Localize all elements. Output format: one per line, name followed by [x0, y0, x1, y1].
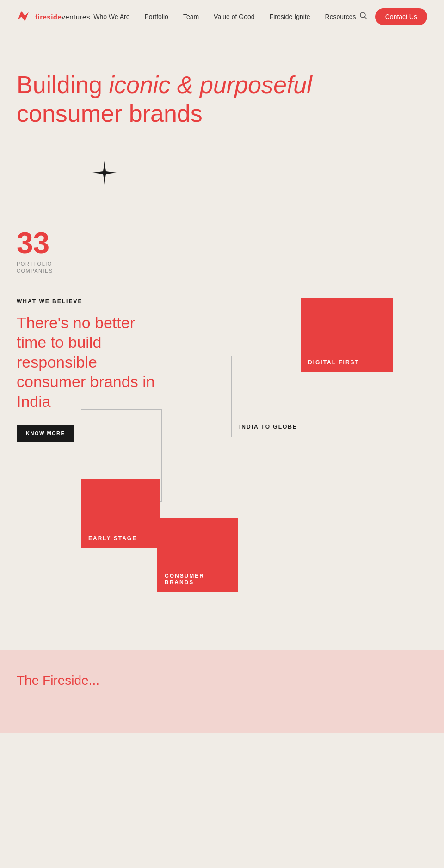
nav-who-we-are[interactable]: Who We Are — [93, 13, 130, 20]
stat-number: 33 — [17, 228, 427, 258]
stats-section: 33 PORTFOLIO COMPANIES — [0, 200, 444, 284]
four-star-icon — [92, 161, 117, 185]
bottom-section: The Fireside... — [0, 650, 444, 733]
stat-label: PORTFOLIO COMPANIES — [17, 261, 427, 275]
hero-title: Building iconic & purposeful consumer br… — [17, 70, 364, 128]
star-decoration — [0, 147, 444, 200]
mosaic-label-digital-first: DIGITAL FIRST — [308, 359, 359, 366]
logo-area: firesideventures — [17, 9, 90, 24]
bottom-teaser-text: The Fireside... — [17, 673, 427, 688]
mosaic-label-consumer-brands: CONSUMER BRANDS — [165, 573, 231, 586]
nav-team[interactable]: Team — [183, 13, 199, 20]
logo-text: firesideventures — [35, 13, 90, 21]
svg-line-2 — [364, 17, 367, 19]
logo-icon — [17, 9, 31, 24]
navbar-right: Contact Us — [359, 8, 427, 25]
contact-button[interactable]: Contact Us — [375, 8, 427, 25]
nav-portfolio[interactable]: Portfolio — [145, 13, 168, 20]
mosaic-section: DIGITAL FIRST INDIA TO GLOBE PURPOSE LED… — [0, 298, 444, 622]
mosaic-box-india-globe: INDIA TO GLOBE — [231, 356, 312, 437]
nav-value-of-good[interactable]: Value of Good — [214, 13, 254, 20]
mosaic-box-consumer-brands: CONSUMER BRANDS — [157, 518, 238, 592]
navbar: firesideventures Who We Are Portfolio Te… — [0, 0, 444, 33]
believe-mosaic-wrapper: WHAT WE BELIEVE There's no better time t… — [0, 284, 444, 623]
nav-resources[interactable]: Resources — [325, 13, 356, 20]
search-icon[interactable] — [359, 12, 368, 22]
svg-marker-0 — [18, 11, 29, 21]
hero-section: Building iconic & purposeful consumer br… — [0, 33, 444, 147]
mosaic-box-early-stage: EARLY STAGE — [81, 479, 160, 548]
mosaic-box-digital-first: DIGITAL FIRST — [301, 298, 393, 372]
mosaic-label-early-stage: EARLY STAGE — [88, 535, 137, 542]
nav-links: Who We Are Portfolio Team Value of Good … — [93, 13, 356, 20]
nav-fireside-ignite[interactable]: Fireside Ignite — [270, 13, 310, 20]
mosaic-label-india-globe: INDIA TO GLOBE — [239, 424, 297, 430]
